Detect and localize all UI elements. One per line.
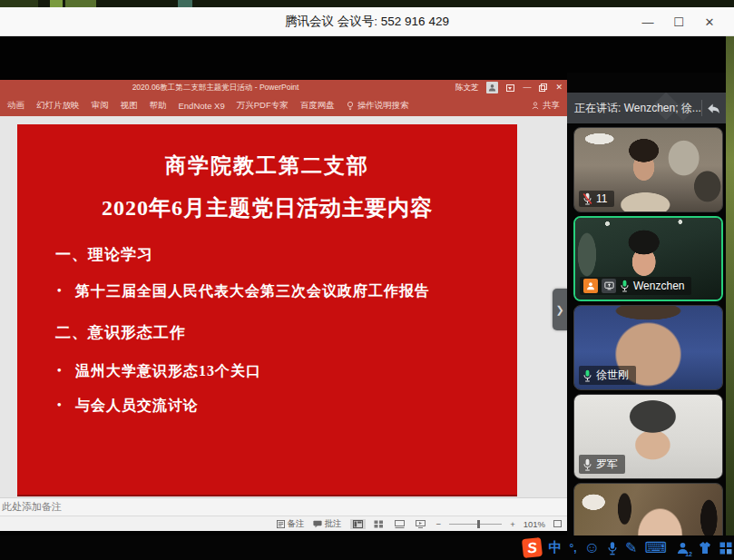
notes-toggle[interactable]: 备注 (277, 518, 305, 530)
slide-title-line2: 2020年6月主题党日活动主要内容 (17, 193, 517, 222)
meeting-titlebar: 腾讯会议 会议号: 552 916 429 — ☐ ✕ (0, 7, 734, 36)
wallpaper-segment (178, 0, 192, 7)
emoji-icon[interactable]: ☺ (584, 539, 600, 557)
slide-sorter-view-button[interactable] (371, 519, 387, 529)
notes-pane[interactable]: 此处添加备注 (0, 497, 567, 516)
mic-icon (582, 458, 592, 471)
bullet-glyph: • (57, 363, 63, 378)
participant-name: Wenzchen (633, 280, 684, 292)
mic-active-icon (582, 369, 592, 382)
close-button[interactable]: ✕ (694, 7, 725, 36)
ppt-user-name: 陈文芝 (455, 83, 479, 93)
notes-icon (277, 520, 285, 528)
slide-heading: 一、理论学习 (17, 244, 555, 265)
view-switcher (350, 519, 428, 529)
zoom-out-button[interactable]: − (436, 519, 442, 529)
zoom-slider-thumb[interactable] (477, 520, 480, 528)
person-icon (532, 102, 539, 110)
ppt-minimize-button[interactable]: — (523, 80, 531, 95)
desktop-wallpaper-strip (0, 0, 734, 7)
slide-bullet: • 与会人员交流讨论 (17, 397, 567, 416)
powerpoint-window: 2020.06教工第二支部主题党日活动 - PowerPoint 陈文芝 — ✕ (0, 80, 567, 531)
slide-bullet: • 第十三届全国人民代表大会第三次会议政府工作报告 (17, 282, 567, 301)
toolbox-grid-icon[interactable] (719, 542, 732, 555)
ppt-titlebar: 2020.06教工第二支部主题党日活动 - PowerPoint 陈文芝 — ✕ (0, 80, 567, 95)
mic-muted-icon (582, 192, 592, 205)
tab-baidu-netdisk[interactable]: 百度网盘 (300, 100, 335, 112)
divider (701, 100, 702, 116)
ppt-ribbon-tabs: 动画 幻灯片放映 审阅 视图 帮助 EndNote X9 万兴PDF专家 百度网… (0, 95, 567, 116)
avatar[interactable] (486, 82, 498, 93)
participant-name: 11 (596, 192, 607, 205)
normal-view-button[interactable] (350, 519, 366, 529)
comments-toggle[interactable]: 批注 (313, 518, 342, 530)
comment-icon (313, 520, 322, 528)
tab-animation[interactable]: 动画 (7, 100, 24, 112)
punctuation-mode-icon[interactable]: °, (570, 542, 577, 555)
shared-screen-area: 2020.06教工第二支部主题党日活动 - PowerPoint 陈文芝 — ✕ (0, 36, 726, 535)
handwriting-pen-icon[interactable]: ✎ (625, 539, 637, 556)
ppt-restore-button[interactable] (539, 84, 547, 92)
tell-me-search[interactable]: 操作说明搜索 (347, 100, 409, 112)
minimize-button[interactable]: — (632, 7, 663, 36)
tab-slideshow[interactable]: 幻灯片放映 (36, 100, 80, 112)
ribbon-options-icon[interactable] (506, 84, 514, 92)
wallpaper-segment (65, 0, 96, 7)
slide-title-line1: 商学院教工第二支部 (17, 152, 517, 180)
ppt-workspace: 商学院教工第二支部 2020年6月主题党日活动主要内容 一、理论学习 • 第十三… (0, 116, 567, 497)
bullet-glyph: • (57, 398, 63, 412)
skin-shirt-icon[interactable] (698, 541, 712, 555)
taskbar: S 中 °, ☺ ✎ ⌨ 12 (0, 535, 734, 560)
notes-placeholder: 此处添加备注 (2, 500, 62, 514)
slideshow-view-button[interactable] (413, 519, 428, 529)
soft-keyboard-icon[interactable]: ⌨ (644, 538, 667, 557)
voice-input-icon[interactable] (607, 541, 618, 555)
account-icon[interactable]: 12 (674, 540, 690, 556)
participant-name: 徐世刚 (596, 368, 629, 383)
ppt-close-button[interactable]: ✕ (555, 80, 563, 95)
tab-review[interactable]: 审阅 (92, 100, 109, 112)
participant-tile-active-speaker[interactable]: Wenzchen (573, 216, 723, 301)
wallpaper-segment (50, 0, 63, 7)
participant-tile[interactable]: 11 (573, 127, 723, 212)
meeting-title: 腾讯会议 会议号: 552 916 429 (0, 7, 734, 36)
participant-tile[interactable]: 罗军 (573, 394, 723, 479)
slide-heading: 二、意识形态工作 (17, 322, 555, 343)
sogou-input-logo[interactable]: S (522, 537, 543, 558)
mic-active-icon (620, 280, 630, 292)
desktop-wallpaper-edge (726, 36, 734, 535)
reading-view-button[interactable] (392, 519, 407, 529)
participant-tile[interactable]: 徐世刚 (573, 305, 723, 390)
input-mode-chinese[interactable]: 中 (549, 539, 563, 556)
maximize-button[interactable]: ☐ (663, 7, 694, 36)
screen-share-badge-icon (602, 279, 616, 293)
desktop-screen: 腾讯会议 会议号: 552 916 429 — ☐ ✕ 2020.06教工第二支… (0, 0, 734, 560)
tab-endnote[interactable]: EndNote X9 (179, 101, 225, 111)
collapse-panel-icon[interactable] (707, 102, 720, 118)
person-icon (488, 84, 496, 92)
fit-slide-to-window-button[interactable] (553, 520, 562, 527)
participants-sidebar: 正在讲话: Wenzchen; 徐... (567, 73, 726, 560)
slide-bullet: • 温州大学意识形态13个关口 (17, 362, 567, 381)
ppt-statusbar: 备注 批注 (0, 516, 567, 531)
window-controls: — ☐ ✕ (632, 7, 725, 36)
zoom-level[interactable]: 101% (524, 519, 545, 529)
tab-help[interactable]: 帮助 (150, 100, 167, 112)
zoom-in-button[interactable]: + (510, 519, 515, 529)
panel-expander-chevron[interactable]: ❯ (553, 289, 567, 330)
zoom-slider[interactable] (449, 524, 502, 525)
tab-view[interactable]: 视图 (121, 100, 138, 112)
now-speaking-text: 正在讲话: Wenzchen; 徐... (567, 101, 701, 116)
bullet-glyph: • (57, 283, 63, 298)
share-button[interactable]: 共享 (532, 100, 560, 112)
speaking-indicator-bar: 正在讲话: Wenzchen; 徐... (567, 93, 726, 123)
participant-name: 罗军 (596, 457, 618, 472)
tab-wanxing-pdf[interactable]: 万兴PDF专家 (237, 100, 289, 112)
video-tile-list: 11 (573, 127, 723, 560)
slide-canvas: 商学院教工第二支部 2020年6月主题党日活动主要内容 一、理论学习 • 第十三… (17, 124, 517, 496)
lightbulb-icon (347, 101, 354, 111)
ppt-title: 2020.06教工第二支部主题党日活动 - PowerPoint (54, 80, 377, 95)
wallpaper-segment (0, 0, 38, 7)
host-badge-icon (583, 279, 598, 293)
